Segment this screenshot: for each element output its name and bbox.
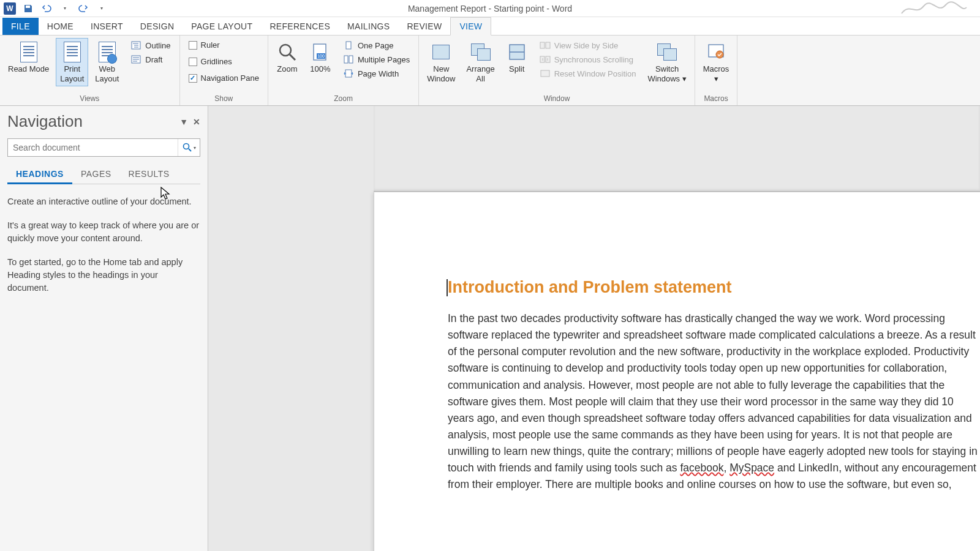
new-window-icon [432, 45, 450, 59]
web-layout-icon [99, 42, 116, 62]
svg-rect-15 [349, 56, 353, 63]
nav-pane-dropdown-icon[interactable]: ▼ [179, 117, 188, 127]
tab-home[interactable]: HOME [39, 18, 82, 35]
svg-line-27 [189, 149, 191, 151]
zoom-100-icon: 100 [310, 41, 331, 63]
nav-tab-pages[interactable]: PAGES [72, 165, 120, 184]
save-icon[interactable] [22, 2, 34, 15]
qat-customize-icon[interactable]: ▾ [96, 2, 108, 15]
print-layout-icon [64, 42, 81, 62]
view-side-by-side-button[interactable]: View Side by Side [537, 39, 639, 51]
page-width-button[interactable]: Page Width [341, 67, 412, 80]
read-mode-icon [20, 42, 37, 62]
tab-insert[interactable]: INSERT [82, 18, 132, 35]
checkbox-icon [189, 58, 197, 66]
sync-scroll-icon [540, 54, 551, 64]
group-label-macros: Macros [699, 93, 734, 104]
arrange-all-icon [471, 43, 491, 61]
draft-icon [130, 54, 141, 64]
search-button[interactable]: ▾ [178, 139, 200, 156]
ribbon: Read Mode Print Layout Web Layout Outlin… [0, 36, 980, 106]
group-label-views: Views [4, 93, 176, 104]
synchronous-scrolling-button[interactable]: Synchronous Scrolling [537, 53, 639, 66]
page-width-icon [343, 69, 354, 78]
ribbon-tabs: FILE HOME INSERT DESIGN PAGE LAYOUT REFE… [0, 17, 980, 36]
split-icon [508, 41, 526, 63]
nav-hint-2: It's a great way to keep track of where … [7, 219, 200, 245]
nav-pane-close-icon[interactable]: ✕ [193, 117, 200, 127]
reset-window-position-button[interactable]: Reset Window Position [537, 67, 639, 80]
one-page-button[interactable]: One Page [341, 39, 412, 51]
zoom-button[interactable]: Zoom [272, 38, 303, 77]
group-label-show: Show [184, 93, 264, 104]
tab-references[interactable]: REFERENCES [261, 18, 339, 35]
nav-search-box[interactable]: ▾ [7, 138, 200, 157]
print-layout-button[interactable]: Print Layout [56, 38, 88, 86]
new-window-button[interactable]: New Window [423, 38, 459, 86]
window-title: Management Report - Starting point - Wor… [408, 4, 572, 13]
web-layout-button[interactable]: Web Layout [91, 38, 123, 86]
navigation-pane-checkbox[interactable]: Navigation Pane [186, 72, 262, 84]
document-page[interactable]: Introduction and Problem statement In th… [374, 192, 980, 551]
tab-file[interactable]: FILE [2, 18, 39, 35]
undo-icon[interactable] [40, 2, 53, 15]
group-show: Ruler Gridlines Navigation Pane Show [180, 36, 268, 105]
group-views: Read Mode Print Layout Web Layout Outlin… [0, 36, 180, 105]
draft-button[interactable]: Draft [128, 53, 173, 66]
side-by-side-icon [540, 40, 551, 50]
title-bar: W ▾ ▾ Management Report - Starting point… [0, 0, 980, 17]
svg-rect-14 [344, 56, 348, 63]
checkbox-icon [189, 41, 197, 50]
navigation-pane: Navigation ▼ ✕ ▾ HEADINGS PAGES RESULTS … [0, 106, 208, 551]
group-window: New Window Arrange All Split View Side b… [419, 36, 695, 105]
split-button[interactable]: Split [502, 38, 532, 77]
nav-body: Create an interactive outline of your do… [7, 195, 200, 305]
spellcheck-squiggle[interactable]: MySpace [729, 462, 774, 474]
multiple-pages-button[interactable]: Multiple Pages [341, 53, 412, 66]
tab-review[interactable]: REVIEW [398, 18, 450, 35]
svg-point-8 [280, 45, 291, 56]
group-zoom: Zoom 100 100% One Page Multiple Pages Pa… [268, 36, 419, 105]
one-page-icon [343, 40, 354, 50]
nav-tabs: HEADINGS PAGES RESULTS [7, 165, 200, 184]
document-area[interactable]: Introduction and Problem statement In th… [208, 106, 980, 551]
outline-button[interactable]: Outline [128, 39, 173, 51]
tab-page-layout[interactable]: PAGE LAYOUT [183, 18, 261, 35]
document-heading[interactable]: Introduction and Problem statement [448, 278, 980, 297]
zoom-100-button[interactable]: 100 100% [305, 38, 336, 77]
ruler-checkbox[interactable]: Ruler [186, 39, 262, 51]
tab-design[interactable]: DESIGN [132, 18, 183, 35]
macros-button[interactable]: Macros▾ [699, 38, 734, 86]
nav-tab-headings[interactable]: HEADINGS [7, 165, 72, 184]
nav-pane-title: Navigation [7, 112, 83, 131]
svg-rect-20 [546, 42, 550, 48]
signature-scribble-icon [900, 1, 968, 17]
nav-tab-results[interactable]: RESULTS [120, 165, 178, 184]
search-input[interactable] [8, 139, 178, 156]
content-area: Navigation ▼ ✕ ▾ HEADINGS PAGES RESULTS … [0, 106, 980, 551]
arrange-all-button[interactable]: Arrange All [462, 38, 499, 86]
gridlines-checkbox[interactable]: Gridlines [186, 56, 262, 67]
word-app-icon[interactable]: W [4, 2, 16, 15]
svg-line-9 [290, 54, 295, 60]
switch-windows-icon [657, 43, 677, 61]
spellcheck-squiggle[interactable]: facebook [680, 462, 723, 474]
redo-icon[interactable] [77, 2, 89, 15]
reset-position-icon [540, 69, 551, 78]
read-mode-button[interactable]: Read Mode [4, 38, 53, 77]
svg-rect-19 [540, 42, 545, 48]
tab-mailings[interactable]: MAILINGS [339, 18, 398, 35]
svg-rect-13 [346, 42, 351, 49]
search-dropdown-icon: ▾ [194, 145, 196, 151]
multiple-pages-icon [343, 54, 354, 64]
magnifier-icon [277, 41, 298, 63]
undo-dropdown-icon[interactable]: ▾ [59, 2, 71, 15]
group-macros: Macros▾ Macros [695, 36, 738, 105]
document-body[interactable]: In the past two decades productivity sof… [448, 310, 980, 493]
quick-access-toolbar: W ▾ ▾ [0, 2, 108, 15]
svg-rect-16 [345, 70, 352, 77]
svg-rect-23 [541, 70, 549, 77]
switch-windows-button[interactable]: Switch Windows ▾ [643, 38, 690, 86]
tab-view[interactable]: VIEW [450, 17, 491, 36]
macros-icon [706, 41, 726, 63]
